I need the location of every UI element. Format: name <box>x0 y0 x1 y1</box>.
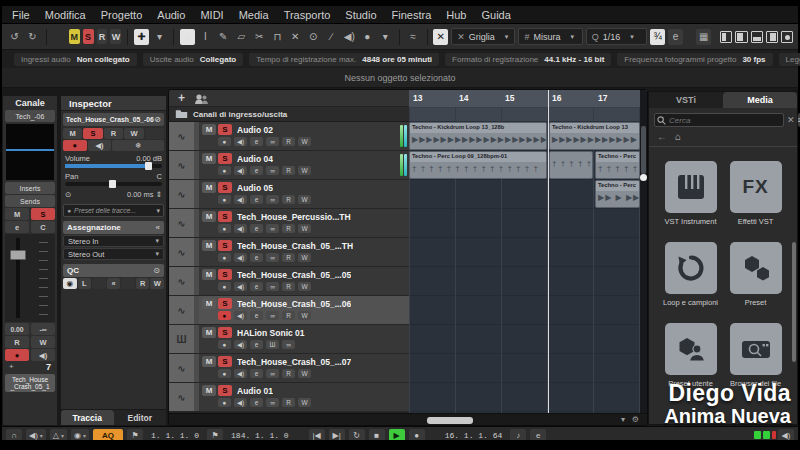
left-zone-toggle-icon[interactable] <box>720 31 732 43</box>
write-icon[interactable]: W <box>298 369 311 378</box>
tab-vsti[interactable]: VSTi <box>649 92 723 108</box>
channel-read-button[interactable]: R <box>5 336 29 348</box>
tile-preset[interactable]: Preset <box>728 242 783 307</box>
search-input[interactable] <box>654 113 784 127</box>
link-icon[interactable]: ∞ <box>266 224 279 233</box>
goto-start-button[interactable]: |◀ <box>309 429 325 440</box>
edit-channel-icon[interactable]: e <box>250 195 263 204</box>
audio-quantize-button[interactable]: AQ <box>93 429 123 440</box>
monitor-icon[interactable]: ◀) <box>234 311 247 320</box>
menu-guida[interactable]: Guida <box>481 9 510 21</box>
channel-monitor-button[interactable]: ◀) <box>31 349 55 361</box>
instrument-icon[interactable]: Ш <box>266 340 279 349</box>
inspector-zone-toggle-icon[interactable] <box>735 31 747 43</box>
qc-read-button[interactable]: R <box>136 278 150 289</box>
tempo-note-icon[interactable]: ♪ <box>510 429 526 440</box>
menu-hub[interactable]: Hub <box>446 9 466 21</box>
line-tool[interactable]: ∕ <box>324 29 339 45</box>
monitor-icon[interactable]: ◀) <box>234 224 247 233</box>
inspector-track-title[interactable]: Tech_House_Crash_05_-06 ⊘ <box>63 113 164 126</box>
menu-file[interactable]: File <box>12 9 30 21</box>
track-row-audio-01[interactable]: ∿ M S Audio 01 ● ◀) e ∞ R W <box>169 383 409 412</box>
undo-icon[interactable]: ↺ <box>7 29 22 45</box>
read-icon[interactable]: R <box>282 166 295 175</box>
read-icon[interactable]: R <box>282 369 295 378</box>
qc-learn-button[interactable]: ◉ <box>63 278 77 289</box>
mute-button[interactable]: M <box>202 298 216 309</box>
edit-channel-icon[interactable]: e <box>250 398 263 407</box>
menu-finestra[interactable]: Finestra <box>392 9 432 21</box>
zoom-preset-icon[interactable]: ▾ <box>621 415 625 424</box>
track-write-button[interactable]: W <box>124 128 143 139</box>
track-row-crash-07[interactable]: ∿ M S Tech_House_Crash_05_...07 ● ◀) e ∞… <box>169 354 409 383</box>
channel-fader[interactable] <box>5 234 55 322</box>
track-row-crash-05[interactable]: ∿ M S Tech_House_Crash_05_...05 ● ◀) e ∞… <box>169 267 409 296</box>
mute-tool[interactable]: ✕ <box>288 29 303 45</box>
edit-channel-icon[interactable]: e <box>250 369 263 378</box>
event-display[interactable]: Techno - Kickdrum Loop 13_128b ▶▶▶▶▶▶▶▶▶… <box>409 122 640 413</box>
track-solo-button[interactable]: S <box>83 128 102 139</box>
sends-button[interactable]: Sends <box>5 195 55 207</box>
timeline-ruler[interactable]: 13 14 15 16 17 <box>409 90 647 108</box>
solo-button[interactable]: S <box>218 124 232 135</box>
monitor-button[interactable]: ◀) <box>88 140 112 151</box>
channel-mute-button[interactable]: M <box>5 208 29 220</box>
timeline-ruler-secondary[interactable] <box>409 108 647 122</box>
mute-button[interactable]: M <box>202 182 216 193</box>
play-tool[interactable]: ◀) <box>342 29 357 45</box>
lower-zone-toggle-icon[interactable] <box>751 31 763 43</box>
link-icon[interactable]: ∞ <box>266 253 279 262</box>
link-icon[interactable]: ∞ <box>266 311 279 320</box>
solo-button[interactable]: S <box>218 327 232 338</box>
write-icon[interactable]: W <box>298 253 311 262</box>
link-icon[interactable]: ∞ <box>266 166 279 175</box>
solo-button[interactable]: S <box>218 269 232 280</box>
autoscroll-dropdown-icon[interactable]: ▾ <box>152 29 167 45</box>
menu-media[interactable]: Media <box>239 9 269 21</box>
snap-toggle-icon[interactable]: ✕ <box>433 29 448 45</box>
audio-clip-perc-4[interactable]: Techno - Perc ▶▶ ▶ ▶▶ <box>595 180 640 208</box>
edit-channel-icon[interactable]: e <box>250 340 263 349</box>
onscreen-keyboard-icon[interactable]: ▦ <box>696 29 711 45</box>
record-enable-icon[interactable]: ● <box>218 282 231 291</box>
global-read-button[interactable]: R <box>97 29 108 44</box>
monitor-icon[interactable]: ◀) <box>234 137 247 146</box>
monitor-icon[interactable]: ◀) <box>234 195 247 204</box>
channel-tab[interactable]: Canale <box>3 96 57 109</box>
mute-button[interactable]: M <box>202 356 216 367</box>
link-icon[interactable]: ∞ <box>266 137 279 146</box>
pan-slider[interactable] <box>65 182 162 186</box>
metronome-icon[interactable]: △▾ <box>50 429 67 440</box>
play-button[interactable]: ▶ <box>389 429 405 440</box>
read-icon[interactable]: R <box>282 195 295 204</box>
erase-tool[interactable]: ▱ <box>234 29 249 45</box>
snap-type-dropdown[interactable]: ✕ Griglia ▾ <box>451 28 515 45</box>
track-row-audio-04[interactable]: ∿ M S Audio 04 ● ◀) e ∞ R W <box>169 151 409 180</box>
tile-browser-file[interactable]: Browser dei file <box>728 323 783 388</box>
audio-clip-kickdrum-2[interactable]: Techno - Kickdrum Loop 13 ▶▶▶▶▶▶▶▶▶▶▶▶ <box>549 122 640 150</box>
redo-icon[interactable]: ↻ <box>25 29 40 45</box>
right-locator-icon[interactable]: ⚑ <box>207 429 223 440</box>
record-enable-icon[interactable]: ● <box>218 224 231 233</box>
solo-button[interactable]: S <box>218 298 232 309</box>
write-icon[interactable]: W <box>298 282 311 291</box>
main-volume-icon[interactable]: ◀) <box>778 429 794 440</box>
record-enable-icon[interactable]: ● <box>218 137 231 146</box>
track-preset-dropdown[interactable]: ● Preset delle tracce... ▾ <box>63 204 164 217</box>
add-track-button[interactable]: + <box>178 91 185 105</box>
monitor-icon[interactable]: ◀) <box>234 398 247 407</box>
record-enable-icon[interactable]: ● <box>218 369 231 378</box>
edit-channel-icon[interactable]: e <box>250 224 263 233</box>
solo-button[interactable]: S <box>218 240 232 251</box>
goto-end-button[interactable]: ▶| <box>329 429 345 440</box>
volume-slider-handle[interactable] <box>145 162 152 170</box>
fader-handle[interactable] <box>10 250 26 260</box>
write-icon[interactable]: W <box>298 224 311 233</box>
edit-channel-icon[interactable]: e <box>250 253 263 262</box>
read-icon[interactable]: R <box>282 137 295 146</box>
record-enable-button[interactable]: ● <box>63 140 87 151</box>
mute-button[interactable]: M <box>202 385 216 396</box>
global-write-button[interactable]: W <box>110 29 121 44</box>
channel-pan-display[interactable]: C <box>31 221 55 233</box>
track-row-audio-02[interactable]: ∿ M S Audio 02 ● ◀) e ∞ R W <box>169 122 409 151</box>
